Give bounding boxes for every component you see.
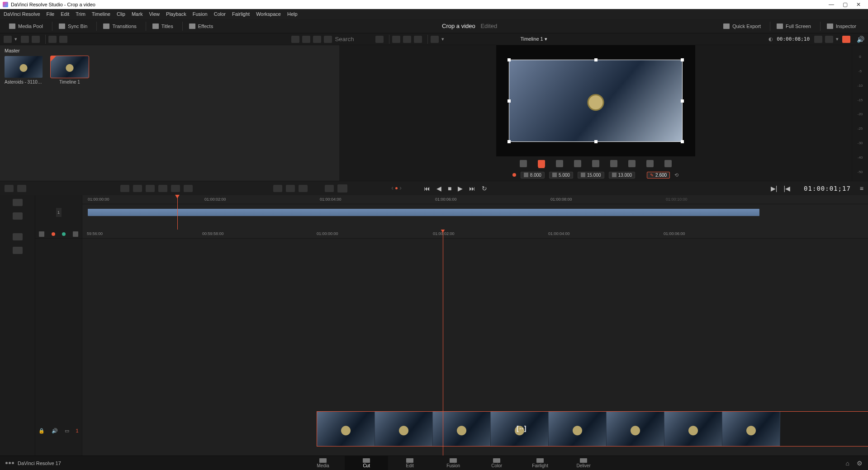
crop-handle-mr[interactable]: [681, 99, 684, 103]
smart-insert-icon[interactable]: [120, 185, 129, 192]
detail-timeline[interactable]: 59:56:00 00:59:58:00 01:00:00:00 01:00:0…: [82, 230, 868, 456]
sort-icon[interactable]: [375, 36, 384, 43]
minimize-button[interactable]: —: [825, 1, 838, 8]
cut-icon[interactable]: [299, 185, 308, 192]
page-fusion[interactable]: Fusion: [432, 456, 475, 470]
crop-bottom-field[interactable]: 13.000: [609, 172, 636, 179]
titles-toggle[interactable]: Titles: [149, 22, 177, 31]
link-icon[interactable]: [13, 247, 23, 254]
crop-handle-tc[interactable]: [594, 58, 598, 61]
menu-edit[interactable]: Edit: [61, 11, 69, 17]
tool-speed-icon[interactable]: [592, 160, 599, 167]
menu-clip[interactable]: Clip: [117, 11, 125, 17]
ripple-overwrite-icon[interactable]: [146, 185, 155, 192]
tool-color-icon[interactable]: [646, 160, 654, 167]
video-enable-icon[interactable]: ▭: [65, 428, 69, 434]
reset-icon[interactable]: ⟲: [674, 172, 678, 178]
menu-playback[interactable]: Playback: [166, 11, 186, 17]
play-button[interactable]: ▶: [458, 185, 463, 192]
crop-handle-tl[interactable]: [508, 58, 511, 61]
timeline-menu-icon[interactable]: ≡: [860, 185, 863, 192]
tool-dynamiczoom-icon[interactable]: [556, 160, 563, 167]
list-view-icon[interactable]: [324, 36, 332, 43]
source-tape-icon[interactable]: [392, 36, 400, 43]
tool-transform-icon[interactable]: [520, 160, 527, 167]
video-only-icon[interactable]: [73, 231, 78, 237]
maximize-button[interactable]: ▢: [838, 1, 852, 8]
source-overlay-icon[interactable]: [414, 36, 422, 43]
chevron-down-icon[interactable]: ▾: [441, 36, 444, 42]
prev-edit-button[interactable]: ▶|: [771, 185, 778, 192]
effects-toggle[interactable]: Effects: [185, 22, 217, 31]
menu-file[interactable]: File: [47, 11, 55, 17]
timeline-dropdown[interactable]: Timeline 1 ▾: [520, 36, 547, 42]
crop-handle-bc[interactable]: [594, 140, 598, 143]
crop-frame[interactable]: [509, 60, 683, 142]
tool-crop-icon[interactable]: [538, 160, 545, 167]
home-icon[interactable]: ⌂: [846, 460, 849, 467]
tool-lens-icon[interactable]: [628, 160, 636, 167]
crop-handle-tr[interactable]: [681, 58, 684, 61]
timeline-viewA-icon[interactable]: [13, 199, 23, 206]
overview-clip[interactable]: [88, 209, 759, 216]
menu-fairlight[interactable]: Fairlight: [232, 11, 250, 17]
page-edit[interactable]: Edit: [388, 456, 432, 470]
mediapool-toggle[interactable]: Media Pool: [5, 22, 47, 31]
import-folder-icon[interactable]: [32, 36, 40, 43]
timeline-options-icon[interactable]: [337, 184, 347, 193]
menu-view[interactable]: View: [149, 11, 160, 17]
goto-end-button[interactable]: ⏭: [469, 185, 475, 192]
timeline-viewB-icon[interactable]: [13, 212, 23, 220]
quickexport-button[interactable]: Quick Export: [720, 22, 764, 31]
goto-start-button[interactable]: ⏮: [424, 185, 430, 192]
step-back-button[interactable]: ◀: [436, 185, 441, 192]
viewer-mode-icon[interactable]: [431, 36, 439, 43]
source-clip-icon[interactable]: [403, 36, 411, 43]
closeup-icon[interactable]: [158, 185, 167, 192]
keyframe-dot-icon[interactable]: [512, 173, 516, 177]
crop-left-field[interactable]: 8.000: [521, 172, 545, 179]
sync-icon[interactable]: [48, 36, 57, 43]
marker-icon[interactable]: [814, 36, 822, 43]
search-input[interactable]: [335, 36, 375, 42]
crop-softness-field[interactable]: ✎2.600: [647, 172, 670, 179]
metadata-view-icon[interactable]: [291, 36, 299, 43]
source-overwrite-icon[interactable]: [184, 185, 193, 192]
loop-button[interactable]: ↻: [482, 185, 487, 192]
page-fairlight[interactable]: Fairlight: [518, 456, 562, 470]
stop-button[interactable]: ■: [448, 185, 451, 192]
bin-list-icon[interactable]: [4, 36, 12, 43]
menu-color[interactable]: Color: [214, 11, 226, 17]
syncbin-toggle[interactable]: Sync Bin: [55, 22, 91, 31]
boring-detector-icon[interactable]: [5, 185, 14, 192]
audio-mute-icon[interactable]: 🔊: [52, 428, 58, 434]
menu-davinci[interactable]: DaVinci Resolve: [4, 11, 40, 17]
menu-workspace[interactable]: Workspace: [256, 11, 281, 17]
page-media[interactable]: Media: [301, 456, 345, 470]
close-button[interactable]: ✕: [852, 1, 865, 8]
page-color[interactable]: Color: [475, 456, 518, 470]
tools-icon[interactable]: [273, 185, 282, 192]
project-settings-icon[interactable]: ⚙: [857, 460, 863, 467]
overview-timeline[interactable]: 01:00:00:00 01:00:02:00 01:00:04:00 01:0…: [82, 195, 868, 230]
crop-handle-br[interactable]: [681, 140, 684, 143]
detail-playhead[interactable]: [443, 230, 443, 456]
detail-ruler[interactable]: 59:56:00 00:59:58:00 01:00:00:00 01:00:0…: [82, 230, 868, 239]
tool-composite-icon[interactable]: [574, 160, 581, 167]
crop-top-field[interactable]: 15.000: [578, 172, 604, 179]
place-on-top-icon[interactable]: [171, 185, 180, 192]
chevron-down-icon[interactable]: ▾: [836, 36, 839, 42]
sync-bin-icon[interactable]: [325, 185, 334, 192]
loop-toggle-icon[interactable]: [842, 36, 850, 43]
menu-help[interactable]: Help: [287, 11, 298, 17]
overview-playhead[interactable]: [177, 195, 178, 230]
page-cut[interactable]: Cut: [345, 456, 388, 470]
speaker-icon[interactable]: 🔊: [857, 36, 864, 43]
crop-handle-bl[interactable]: [508, 140, 511, 143]
menu-mark[interactable]: Mark: [132, 11, 142, 17]
video-clip-track[interactable]: [317, 411, 868, 446]
menu-timeline[interactable]: Timeline: [92, 11, 110, 17]
audio-dot-icon[interactable]: [62, 232, 66, 236]
thumbnail-view-icon[interactable]: [302, 36, 310, 43]
import-media-icon[interactable]: [21, 36, 29, 43]
